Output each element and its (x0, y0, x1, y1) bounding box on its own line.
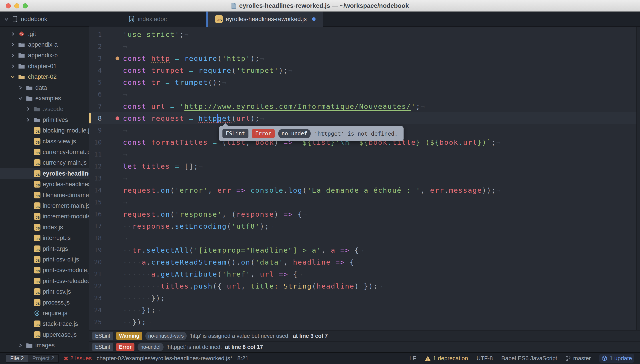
tree-item-print-args[interactable]: JSprint-args (0, 243, 89, 254)
chevron-down-icon[interactable] (10, 74, 15, 79)
code-line-7[interactable]: 7const url = 'http://www.eyrolles.com/In… (89, 100, 636, 112)
tab-index-adoc[interactable]: A index.adoc (89, 12, 206, 27)
tree-item-images[interactable]: images (0, 340, 89, 351)
tree-item-data[interactable]: data (0, 82, 89, 93)
code-line-4[interactable]: 4const trumpet = require('trumpet');¬ (89, 64, 636, 76)
tree-item--git[interactable]: .git (0, 28, 89, 39)
tree-item-print-csv-module-j[interactable]: JSprint-csv-module.j (0, 265, 89, 276)
tree-item-appendix-b[interactable]: appendix-b (0, 50, 89, 61)
code-line-6[interactable]: 6¬ (89, 88, 636, 100)
code-line-22[interactable]: 22········titles.push({ url, title: Stri… (89, 280, 636, 292)
editor-scrollbar[interactable] (636, 27, 640, 330)
tree-item-currency-format-js[interactable]: JScurrency-format.js (0, 146, 89, 157)
code-line-20[interactable]: 20····a.createReadStream().on('data', he… (89, 256, 636, 268)
tree-item-primitives[interactable]: primitives (0, 114, 89, 125)
chevron-right-icon[interactable] (18, 343, 23, 348)
project-root-header[interactable]: nodebook (0, 12, 89, 27)
tree-item-print-csv-js[interactable]: JSprint-csv.js (0, 286, 89, 297)
tree-item-require-js[interactable]: require.js (0, 308, 89, 318)
error-dot-icon[interactable] (116, 116, 119, 120)
code-text: ··tr.selectAll('[itemprop="Headline"] > … (123, 244, 364, 256)
code-text: ······a.getAttribute('href', url => {¬ (123, 268, 302, 280)
lint-location-link[interactable]: at line 3 col 7 (293, 333, 328, 339)
svg-text:A: A (130, 17, 133, 22)
minimize-window-button[interactable] (14, 3, 19, 8)
encoding-indicator[interactable]: UTF-8 (477, 355, 493, 362)
tree-item-eyrolles-headlines-[interactable]: JSeyrolles-headlines. (0, 179, 89, 190)
code-line-25[interactable]: 25··});¬ (89, 316, 636, 328)
warning-dot-icon[interactable] (116, 56, 119, 60)
line-number: 25 (89, 316, 102, 328)
file-path[interactable]: chapter-02/examples/eyrolles-headlines-r… (97, 355, 233, 362)
chevron-right-icon[interactable] (10, 53, 15, 58)
lint-issue-row[interactable]: ESLintErrorno-undef'httpget' is not defi… (89, 341, 640, 352)
tree-item-blocking-module-js[interactable]: JSblocking-module.js (0, 125, 89, 136)
code-line-1[interactable]: 1'use strict';¬ (89, 28, 636, 40)
chevron-right-icon[interactable] (18, 85, 23, 90)
code-line-12[interactable]: 12let titles = [];¬ (89, 160, 636, 172)
tree-item-currency-main-js[interactable]: JScurrency-main.js (0, 157, 89, 168)
code-line-3[interactable]: 3const http = require('http');¬ (89, 52, 636, 64)
grammar-indicator[interactable]: Babel ES6 JavaScript (501, 355, 557, 362)
code-area[interactable]: 1'use strict';¬2¬3const http = require('… (89, 27, 640, 330)
tree-item-print-csv-cli-js[interactable]: JSprint-csv-cli.js (0, 254, 89, 265)
tree-item-appendix-a[interactable]: appendix-a (0, 39, 89, 50)
code-line-2[interactable]: 2¬ (89, 40, 636, 52)
folder-icon (18, 74, 25, 80)
deprecation-indicator[interactable]: 1 deprecation (425, 355, 468, 362)
code-line-16[interactable]: 16request.on('response', (response) => {… (89, 208, 636, 220)
lint-issue-row[interactable]: ESLintWarningno-unused-vars'http' is ass… (89, 330, 640, 341)
issues-scope-file-button[interactable]: File 2 (6, 354, 28, 363)
tree-item-examples[interactable]: examples (0, 93, 89, 104)
code-line-21[interactable]: 21······a.getAttribute('href', url => {¬ (89, 268, 636, 280)
lint-rule-badge[interactable]: no-unused-vars (145, 332, 187, 340)
close-window-button[interactable] (6, 3, 11, 8)
issues-scope-project-button[interactable]: Project 2 (28, 354, 59, 363)
tree-item-stack-trace-js[interactable]: JSstack-trace.js (0, 318, 89, 330)
package-updates-indicator[interactable]: 1 update (599, 354, 634, 363)
tree-item-class-view-js[interactable]: JSclass-view.js (0, 136, 89, 147)
lint-severity-badge: Error (116, 343, 134, 351)
tree-item-filename-dirname-j[interactable]: JSfilename-dirname.j (0, 190, 89, 200)
tree-item-increment-module-[interactable]: JSincrement-module. (0, 211, 89, 222)
code-line-24[interactable]: 24····});¬ (89, 304, 636, 316)
folder-icon (26, 343, 33, 348)
tree-item-interrupt-js[interactable]: JSinterrupt.js (0, 232, 89, 244)
tree-item-print-csv-reloaded[interactable]: JSprint-csv-reloaded (0, 276, 89, 286)
tree-item-increment-main-js[interactable]: JSincrement-main.js (0, 200, 89, 211)
status-bar: File 2 Project 2 2 Issues chapter-02/exa… (0, 352, 640, 364)
tree-item-index-js[interactable]: JSindex.js (0, 222, 89, 232)
code-line-13[interactable]: 13¬ (89, 172, 636, 184)
chevron-right-icon[interactable] (10, 42, 15, 47)
line-ending-indicator[interactable]: LF (409, 355, 416, 362)
code-line-18[interactable]: 18¬ (89, 232, 636, 244)
zoom-window-button[interactable] (23, 3, 28, 8)
tab-eyrolles-headlines-reworked[interactable]: JS eyrolles-headlines-reworked.js (206, 12, 323, 27)
lint-rule-badge[interactable]: no-undef (138, 343, 163, 351)
issues-count[interactable]: 2 Issues (64, 355, 92, 362)
tree-item--vscode[interactable]: .vscode (0, 104, 89, 114)
code-line-17[interactable]: 17··response.setEncoding('utf8');¬ (89, 220, 636, 232)
chevron-right-icon[interactable] (25, 106, 30, 112)
git-branch-indicator[interactable]: master (566, 355, 591, 362)
chevron-down-icon[interactable] (18, 96, 23, 101)
code-line-5[interactable]: 5const tr = trumpet();¬ (89, 76, 636, 88)
tree-item-chapter-02[interactable]: chapter-02 (0, 72, 89, 82)
lint-rule-badge[interactable]: no-undef (278, 129, 311, 138)
code-line-23[interactable]: 23······});¬ (89, 292, 636, 304)
chevron-right-icon[interactable] (25, 118, 30, 122)
tree-item-process-js[interactable]: JSprocess.js (0, 297, 89, 308)
chevron-right-icon[interactable] (10, 32, 15, 36)
code-line-14[interactable]: 14request.on('error', err => console.log… (89, 184, 636, 196)
lint-location-link[interactable]: at line 8 col 17 (225, 344, 263, 350)
tree-item-eyrolles-headlines-[interactable]: JSeyrolles-headlines- (0, 168, 89, 179)
cursor-position[interactable]: 8:21 (237, 355, 249, 362)
chevron-down-icon[interactable] (4, 17, 9, 22)
code-line-19[interactable]: 19··tr.selectAll('[itemprop="Headline"] … (89, 244, 636, 256)
code-line-15[interactable]: 15¬ (89, 196, 636, 208)
tree-item-uppercase-js[interactable]: JSuppercase.js (0, 329, 89, 340)
tree-item-chapter-01[interactable]: chapter-01 (0, 60, 89, 72)
chevron-right-icon[interactable] (10, 64, 15, 68)
code-line-8[interactable]: 8const request = httpget(url);¬ (89, 112, 636, 124)
code-line-11[interactable]: 11¬ (89, 148, 636, 160)
